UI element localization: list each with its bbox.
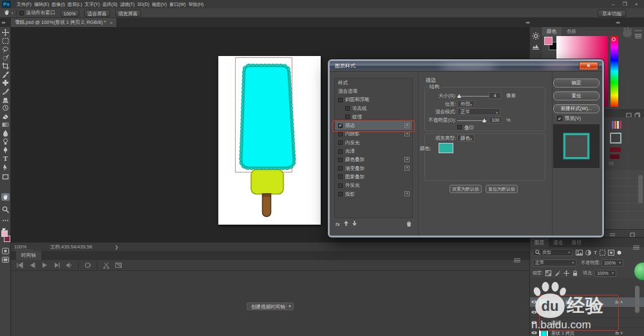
loop-icon[interactable] <box>84 259 91 271</box>
tab-paths[interactable]: 路径 <box>567 238 586 247</box>
smart-object-filter-icon[interactable] <box>608 250 614 256</box>
adjustment-filter-icon[interactable] <box>585 250 591 256</box>
layer-visibility-eye-icon[interactable] <box>530 310 538 315</box>
dialog-title-bar[interactable]: 图层样式 × <box>330 61 602 71</box>
lock-transparent-icon[interactable] <box>545 270 551 276</box>
edit-toolbar-icon[interactable] <box>1 216 10 224</box>
healing-brush-tool-icon[interactable] <box>1 79 10 86</box>
add-effect-plus-icon[interactable]: + <box>404 157 410 162</box>
clone-stamp-tool-icon[interactable] <box>1 95 10 103</box>
move-tool-icon[interactable] <box>1 28 10 36</box>
fill-field[interactable]: 100%▾ <box>594 270 616 277</box>
layer-row-1[interactable]: 效果 <box>530 308 644 318</box>
layer-visibility-eye-icon[interactable] <box>530 331 538 335</box>
layer-fx-badge[interactable]: fx ˅ <box>616 331 623 335</box>
eraser-tool-icon[interactable] <box>1 112 10 120</box>
toolbar-collapse-chevron-icon[interactable]: ▸▸ <box>2 20 5 25</box>
style-item-checkbox[interactable] <box>338 158 343 162</box>
previous-frame-icon[interactable] <box>29 259 35 271</box>
quick-selection-tool-icon[interactable] <box>1 53 10 61</box>
scroll-all-windows-checkbox[interactable] <box>19 11 24 15</box>
style-item-checkbox[interactable] <box>345 106 350 111</box>
shape-filter-icon[interactable] <box>600 250 605 256</box>
fill-type-dropdown[interactable]: 颜色▾ <box>457 135 475 142</box>
layer-thumbnail[interactable] <box>538 330 549 336</box>
make-default-button[interactable]: 设置为默认值 <box>450 185 482 193</box>
marquee-tool-icon[interactable] <box>1 37 10 44</box>
layer-thumbnail[interactable] <box>538 299 549 306</box>
workspace-switcher-button[interactable]: 基本功能 <box>598 10 626 17</box>
style-item-13[interactable]: 投影+ <box>335 190 412 198</box>
reset-default-button[interactable]: 复位为默认值 <box>486 185 518 193</box>
menu-layer[interactable]: 图层(L) <box>66 0 84 8</box>
collapse-dock2-chevron-icon[interactable]: ◂◂ <box>616 20 619 25</box>
down-arrow-icon[interactable] <box>352 221 357 227</box>
menu-image[interactable]: 图像(I) <box>50 0 66 8</box>
restore-button[interactable]: ❐ <box>621 1 629 7</box>
stroke-color-swatch[interactable] <box>439 143 453 153</box>
tab-layers[interactable]: 图层 <box>530 238 549 247</box>
style-item-checkbox[interactable] <box>338 140 343 145</box>
style-item-checkbox[interactable] <box>338 166 343 171</box>
timeline-tab[interactable]: 时间轴 <box>16 251 41 260</box>
create-video-timeline-button[interactable]: 创建视频时间轴 <box>247 303 290 310</box>
style-item-checkbox[interactable] <box>338 192 343 196</box>
zoom-100-button[interactable]: 100% <box>61 10 79 17</box>
document-close-icon[interactable]: × <box>109 20 113 26</box>
path-selection-tool-icon[interactable] <box>1 163 10 171</box>
tab-swatches[interactable]: 色板 <box>562 27 582 36</box>
levels-panel-icon[interactable] <box>532 41 540 53</box>
pen-tool-icon[interactable] <box>1 145 10 153</box>
crop-tool-icon[interactable] <box>1 62 10 70</box>
lock-position-icon[interactable] <box>564 270 569 276</box>
style-item-12[interactable]: 外发光 <box>335 182 412 190</box>
style-item-checkbox[interactable] <box>338 174 343 179</box>
history-brush-tool-icon[interactable] <box>1 104 10 111</box>
layer-row-0[interactable]: 形状 1 拷贝 2fx ˄ <box>530 297 644 308</box>
filtering-toggle-icon[interactable] <box>617 250 621 256</box>
opacity-field[interactable]: 100%▾ <box>601 259 623 266</box>
layer-visibility-eye-icon[interactable] <box>530 321 538 325</box>
hue-slider[interactable] <box>611 36 618 107</box>
style-item-9[interactable]: 颜色叠加+ <box>335 156 412 164</box>
transition-icon[interactable] <box>115 259 122 271</box>
tab-channels[interactable]: 通道 <box>549 238 567 247</box>
style-item-0[interactable]: 样式 <box>335 79 412 87</box>
toolbar-foreground-swatch[interactable] <box>1 230 8 237</box>
tool-preset-caret-icon[interactable]: ▾ <box>12 11 14 15</box>
tab-color[interactable]: 颜色 <box>542 27 562 36</box>
layer-filter-dropdown[interactable]: 类型 ▾ <box>533 249 573 256</box>
timeline-mode-dropdown[interactable]: ▼ <box>286 303 294 310</box>
style-item-11[interactable]: 图案叠加 <box>335 173 412 181</box>
fit-screen-button[interactable]: 适合屏幕 <box>84 10 110 17</box>
shape-tool-icon[interactable] <box>1 173 10 180</box>
fx-icon[interactable]: fx <box>336 221 340 227</box>
style-item-7[interactable]: 内发光 <box>335 138 412 147</box>
zoom-tool-icon[interactable] <box>1 205 10 213</box>
screen-mode-icon[interactable] <box>2 254 9 265</box>
menu-select[interactable]: 选择(S) <box>101 0 118 8</box>
hand-tool-icon[interactable] <box>1 193 10 201</box>
play-icon[interactable] <box>41 259 48 271</box>
type-tool-icon[interactable]: T <box>1 154 10 162</box>
opacity-value-field[interactable]: 100 <box>489 117 502 124</box>
preview-checkbox[interactable]: ✓ <box>557 116 562 121</box>
menu-window[interactable]: 窗口(W) <box>168 0 187 8</box>
size-slider-thumb[interactable] <box>457 94 461 98</box>
layer-visibility-eye-icon[interactable] <box>530 300 538 304</box>
window-close-button[interactable]: × <box>632 1 640 7</box>
pixel-filter-icon[interactable] <box>576 250 583 256</box>
style-item-3[interactable]: 等高线 <box>335 104 412 113</box>
color-panel-menu-icon[interactable] <box>635 30 641 41</box>
style-item-checkbox[interactable] <box>338 98 343 102</box>
layer-fx-badge[interactable]: fx ˄ <box>616 300 623 304</box>
menu-3d[interactable]: 3D(D) <box>136 0 151 8</box>
document-tab[interactable]: 雪糕.psd @ 100%(形状 1 拷贝 2, RGB/8) * × <box>11 18 117 27</box>
blend-mode-dropdown-dialog[interactable]: 正常▾ <box>457 108 500 115</box>
overprint-checkbox[interactable] <box>457 125 462 129</box>
eyedropper-tool-icon[interactable] <box>1 70 10 78</box>
layer-row-3[interactable]: 形状 1 拷贝fx ˅ <box>530 328 644 336</box>
dodge-tool-icon[interactable] <box>1 137 10 145</box>
hue-slider-marker[interactable] <box>612 37 616 41</box>
lasso-tool-icon[interactable] <box>1 45 10 53</box>
